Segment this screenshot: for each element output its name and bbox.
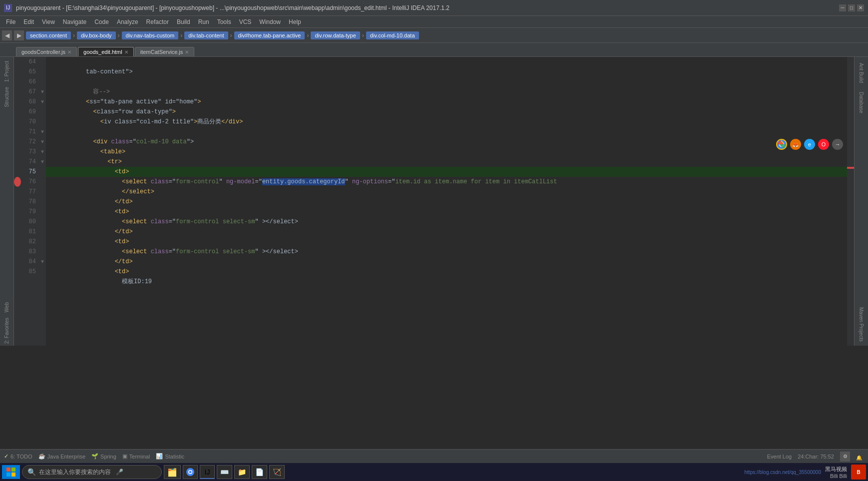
code-line-64: tab-content">	[46, 57, 847, 67]
tab-label-active: goods_edit.html	[83, 49, 122, 55]
menu-code[interactable]: Code	[90, 17, 113, 26]
tab-close-goods-controller[interactable]: ✕	[67, 49, 71, 55]
minimize-button[interactable]: ─	[839, 4, 846, 11]
code-line-85: 模板ID:19	[46, 267, 847, 277]
menu-build[interactable]: Build	[173, 17, 194, 26]
event-log-label: Event Log	[767, 454, 792, 460]
app-icon: IJ	[4, 4, 12, 12]
nav-back-button[interactable]: ◀	[2, 30, 12, 40]
breadcrumb-div-box-body[interactable]: div.box-body	[77, 31, 116, 39]
code-line-73: <tr>	[46, 147, 847, 157]
todo-label: 6: TODO	[10, 454, 32, 460]
other-browser-icon[interactable]: →	[832, 139, 843, 150]
code-line-84: <td>	[46, 257, 847, 267]
terminal-label: Terminal	[129, 454, 150, 460]
taskbar-terminal[interactable]: ⌨️	[217, 465, 232, 479]
status-statistic[interactable]: 📊 Statistic	[156, 453, 184, 460]
tab-label: itemCatService.js	[140, 49, 183, 55]
menu-vcs[interactable]: VCS	[235, 17, 256, 26]
nav-forward-button[interactable]: ▶	[14, 30, 24, 40]
taskbar-acrobat[interactable]: 📄	[252, 465, 267, 479]
taskbar-clock: 黑马视频 Billi Billi	[825, 466, 847, 479]
taskbar-folder[interactable]: 📁	[234, 465, 250, 479]
sidebar-maven[interactable]: Maven Projects	[857, 303, 866, 346]
breadcrumb-section-content[interactable]: section.content	[26, 31, 71, 39]
sidebar-web[interactable]: Web	[3, 300, 10, 314]
browser-icons: 🦊 e O →	[776, 139, 843, 150]
status-java-enterprise[interactable]: ☕ Java Enterprise	[38, 453, 85, 460]
menu-edit[interactable]: Edit	[19, 17, 38, 26]
sidebar-structure[interactable]: Structure	[3, 85, 10, 109]
taskbar-chrome[interactable]	[183, 465, 198, 479]
error-stripe	[847, 57, 854, 346]
menu-file[interactable]: File	[2, 17, 19, 26]
tab-close-goods-edit[interactable]: ✕	[124, 49, 128, 55]
chrome-icon[interactable]	[776, 139, 787, 150]
code-line-67: <ss="tab-pane active" id="home">	[46, 87, 847, 97]
menu-help[interactable]: Help	[285, 17, 305, 26]
ie-icon[interactable]: e	[804, 139, 815, 150]
spring-label: Spring	[100, 454, 116, 460]
statistic-label: Statistic	[165, 454, 184, 460]
title-text: pinyougouparent - [E:\shanghai34\pinyoug…	[16, 4, 839, 11]
notification-icon[interactable]: 🔔	[856, 453, 864, 461]
breadcrumb-toolbar: ◀ ▶ section.content › div.box-body › div…	[0, 28, 868, 43]
tab-goods-edit[interactable]: goods_edit.html ✕	[78, 47, 134, 56]
breadcrumb-div-row[interactable]: div.row.data-type	[311, 31, 360, 39]
svg-rect-6	[11, 473, 15, 477]
svg-rect-4	[11, 468, 15, 472]
taskbar-right: https://blog.csdn.net/qq_35500000 黑马视频 B…	[745, 465, 866, 480]
menu-navigate[interactable]: Navigate	[59, 17, 90, 26]
start-button[interactable]	[2, 465, 20, 479]
taskbar-intellij[interactable]: IJ	[200, 465, 215, 479]
code-editor-wrapper: 64 65 66 67 68 69 70 71 72 73 74 75 76 7…	[14, 57, 847, 346]
sidebar-database[interactable]: Database	[857, 88, 866, 117]
status-spring[interactable]: 🌱 Spring	[91, 453, 116, 460]
taskbar-arrow[interactable]: 🏹	[269, 465, 285, 479]
menu-bar: File Edit View Navigate Code Analyze Ref…	[0, 16, 868, 28]
taskbar: 🔍 在这里输入你要搜索的内容 🎤 🗂️ IJ ⌨️ 📁 📄 🏹 https://…	[0, 463, 868, 481]
code-line-79: <select class="form-control select-sm" >…	[46, 207, 847, 217]
status-todo[interactable]: ✓ 6: TODO	[4, 453, 32, 460]
taskbar-explorer[interactable]: 🗂️	[164, 465, 181, 479]
title-bar: IJ pinyougouparent - [E:\shanghai34\piny…	[0, 0, 868, 16]
breadcrumb-div-nav-tabs[interactable]: div.nav-tabs-custom	[122, 31, 179, 39]
status-terminal[interactable]: ▣ Terminal	[122, 453, 150, 460]
breadcrumb-div-col[interactable]: div.col-md-10.data	[366, 31, 419, 39]
tab-goods-controller[interactable]: goodsController.js ✕	[16, 47, 77, 56]
code-content[interactable]: tab-content"> 容--> <ss="tab-pane active"…	[46, 57, 847, 346]
code-line-82: <select class="form-control select-sm" >…	[46, 237, 847, 247]
breadcrumb-div-tab-content[interactable]: div.tab-content	[184, 31, 228, 39]
code-line-66: 容-->	[46, 77, 847, 87]
taskbar-search-placeholder: 在这里输入你要搜索的内容	[39, 468, 111, 477]
sidebar-ant-build[interactable]: Ant Build	[857, 59, 866, 87]
java-enterprise-label: Java Enterprise	[47, 454, 85, 460]
svg-rect-5	[6, 473, 10, 477]
sidebar-project[interactable]: 1: Project	[3, 59, 10, 84]
svg-rect-3	[6, 468, 10, 472]
svg-point-9	[189, 471, 192, 474]
code-line-74: <td>	[46, 157, 847, 167]
menu-run[interactable]: Run	[194, 17, 213, 26]
close-button[interactable]: ✕	[857, 4, 864, 11]
tab-item-cat-service[interactable]: itemCatService.js ✕	[135, 47, 195, 56]
firefox-icon[interactable]: 🦊	[790, 139, 801, 150]
menu-refactor[interactable]: Refactor	[142, 17, 173, 26]
status-event-log[interactable]: Event Log	[767, 454, 792, 460]
taskbar-search[interactable]: 🔍 在这里输入你要搜索的内容 🎤	[22, 465, 162, 479]
menu-window[interactable]: Window	[255, 17, 285, 26]
settings-small-icon[interactable]: ⚙	[840, 452, 850, 462]
tab-label: goodsController.js	[21, 49, 65, 55]
menu-tools[interactable]: Tools	[213, 17, 235, 26]
breadcrumb-div-home[interactable]: div#home.tab-pane.active	[234, 31, 305, 39]
code-line-65	[46, 67, 847, 77]
menu-analyze[interactable]: Analyze	[113, 17, 142, 26]
code-line-81: <td>	[46, 227, 847, 237]
status-bar: ✓ 6: TODO ☕ Java Enterprise 🌱 Spring ▣ T…	[0, 449, 868, 463]
opera-icon[interactable]: O	[818, 139, 829, 150]
menu-view[interactable]: View	[38, 17, 59, 26]
sidebar-favorites[interactable]: 2: Favorites	[3, 316, 10, 346]
code-line-77: </td>	[46, 187, 847, 197]
maximize-button[interactable]: □	[848, 4, 855, 11]
tab-close-item-cat[interactable]: ✕	[185, 49, 189, 55]
